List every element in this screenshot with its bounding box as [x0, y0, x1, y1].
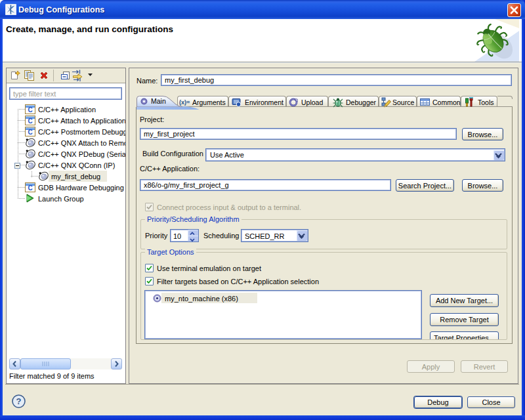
svg-text:?: ?	[16, 396, 22, 406]
svg-text:C: C	[28, 117, 32, 125]
svg-text:C: C	[28, 184, 32, 192]
svg-text:C: C	[28, 129, 32, 136]
svg-text:C: C	[28, 106, 32, 114]
